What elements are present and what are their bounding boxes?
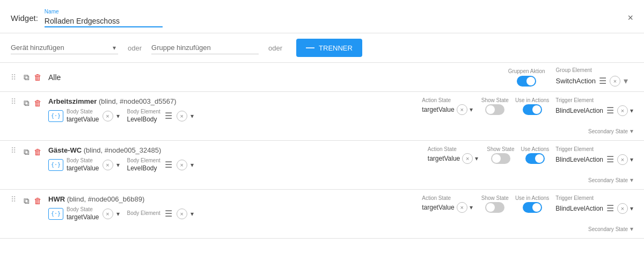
device-drag-handle[interactable]: ⠿ xyxy=(11,195,16,204)
use-actions-label: Use in Actions xyxy=(515,97,549,103)
show-state-slider xyxy=(491,153,510,164)
device-left: ⠿ ⧉ 🗑 HWR (blind, #node006_b6b89) {·} Bo… xyxy=(11,195,422,221)
trigger-chevron-button[interactable]: ▾ xyxy=(630,205,633,212)
show-state-label: Show State xyxy=(481,97,509,103)
trenner-label: TRENNER xyxy=(319,44,353,52)
trigger-edit-button[interactable]: ☰ xyxy=(605,104,615,117)
all-copy-button[interactable]: ⧉ xyxy=(21,71,32,83)
secondary-state-label: Secondary State xyxy=(588,226,628,232)
body-element-edit-button[interactable]: ☰ xyxy=(164,110,173,122)
action-state-dropdown-button[interactable]: ▾ xyxy=(470,106,473,113)
delete-icon: 🗑 xyxy=(34,73,42,82)
trigger-label: Trigger Element xyxy=(555,146,633,152)
body-element-clear-button[interactable]: × xyxy=(177,160,187,170)
body-state-dropdown-button[interactable]: ▾ xyxy=(116,210,120,218)
action-state-label: Action State xyxy=(428,146,479,152)
body-state-clear-button[interactable]: × xyxy=(103,209,113,219)
body-element-edit-button[interactable]: ☰ xyxy=(164,207,173,220)
device-rows: ⠿ ⧉ 🗑 Arbeitszimmer (blind, #node003_d55… xyxy=(0,92,644,239)
gruppen-aktion-label: Gruppen Aktion xyxy=(508,68,545,74)
trigger-clear-button[interactable]: × xyxy=(617,105,628,116)
body-element-dropdown-button[interactable]: ▾ xyxy=(191,161,194,169)
body-element-dropdown-button[interactable]: ▾ xyxy=(191,210,194,218)
device-drag-handle[interactable]: ⠿ xyxy=(11,146,16,155)
all-delete-button[interactable]: 🗑 xyxy=(32,71,44,83)
delete-icon: 🗑 xyxy=(34,98,42,107)
device-copy-button[interactable]: ⧉ xyxy=(21,146,32,158)
device-row: ⠿ ⧉ 🗑 Arbeitszimmer (blind, #node003_d55… xyxy=(0,92,644,141)
use-actions-slider xyxy=(525,153,545,164)
secondary-state-chevron-icon[interactable]: ▾ xyxy=(630,176,633,184)
action-state-col: Action State targetValue × ▾ xyxy=(422,195,473,213)
action-state-dropdown-button[interactable]: ▾ xyxy=(475,155,478,162)
body-state-dropdown-button[interactable]: ▾ xyxy=(116,161,120,169)
body-element-edit-button[interactable]: ☰ xyxy=(164,159,173,171)
action-state-clear-button[interactable]: × xyxy=(457,202,467,213)
device-copy-button[interactable]: ⧉ xyxy=(21,97,32,109)
trigger-edit-button[interactable]: ☰ xyxy=(605,153,615,166)
widget-name-input[interactable] xyxy=(45,16,163,27)
oder-2: oder xyxy=(264,44,287,52)
device-body-row: {·} Body State targetValue × ▾ Body Elem… xyxy=(48,157,428,172)
use-actions-toggle[interactable] xyxy=(525,153,545,164)
body-element-dropdown-button[interactable]: ▾ xyxy=(191,112,194,120)
device-select-wrap: Gerät hinzufügen ▾ xyxy=(11,41,118,54)
trigger-chevron-button[interactable]: ▾ xyxy=(630,156,633,163)
action-state-clear-button[interactable]: × xyxy=(457,104,467,115)
gruppen-aktion-toggle[interactable] xyxy=(517,76,536,87)
action-state-row: targetValue × ▾ xyxy=(422,202,473,213)
device-select[interactable]: Gerät hinzufügen xyxy=(11,41,118,54)
show-state-toggle[interactable] xyxy=(491,153,510,164)
all-drag-handle[interactable]: ⠿ xyxy=(11,73,16,82)
action-state-value: targetValue xyxy=(422,204,455,211)
device-drag-handle[interactable]: ⠿ xyxy=(11,97,16,106)
secondary-state-chevron-icon[interactable]: ▾ xyxy=(630,225,633,233)
body-state-clear-button[interactable]: × xyxy=(103,160,113,170)
header: Widget: Name × xyxy=(0,0,644,33)
body-state-label: Body State xyxy=(67,206,99,212)
trigger-clear-button[interactable]: × xyxy=(617,203,628,214)
device-delete-button[interactable]: 🗑 xyxy=(32,195,44,206)
use-actions-col: Use in Actions xyxy=(515,97,549,115)
device-delete-button[interactable]: 🗑 xyxy=(32,146,44,157)
body-state-label: Body State xyxy=(67,157,99,163)
widget-label: Widget: xyxy=(11,13,38,23)
show-state-label: Show State xyxy=(481,195,509,201)
body-element-label: Body Element xyxy=(127,109,160,114)
group-element-edit-button[interactable]: ☰ xyxy=(598,75,608,87)
show-state-toggle[interactable] xyxy=(485,202,504,213)
body-state-dropdown-button[interactable]: ▾ xyxy=(116,112,120,120)
action-state-clear-button[interactable]: × xyxy=(462,153,473,164)
group-element-chevron-button[interactable]: ▾ xyxy=(623,75,629,87)
trigger-edit-button[interactable]: ☰ xyxy=(605,202,615,214)
body-element-label: Body Element xyxy=(127,157,160,163)
body-state-col: Body State targetValue xyxy=(67,157,99,172)
body-element-clear-button[interactable]: × xyxy=(177,209,187,219)
action-state-label: Action State xyxy=(422,195,473,201)
device-row: ⠿ ⧉ 🗑 Gäste-WC (blind, #node005_32485) {… xyxy=(0,141,644,190)
close-button[interactable]: × xyxy=(627,12,633,24)
body-element-clear-button[interactable]: × xyxy=(177,111,187,121)
show-state-toggle[interactable] xyxy=(485,104,504,115)
trenner-button[interactable]: — TRENNER xyxy=(296,39,362,57)
use-actions-toggle[interactable] xyxy=(523,104,542,115)
group-element-clear-button[interactable]: × xyxy=(610,76,620,87)
device-delete-button[interactable]: 🗑 xyxy=(32,97,44,109)
body-element-value: LevelBody xyxy=(127,116,160,123)
use-actions-label: Use Actions xyxy=(521,146,549,152)
copy-icon: ⧉ xyxy=(24,196,30,205)
group-select[interactable]: Gruppe hinzufügen xyxy=(151,41,259,54)
use-actions-label: Use in Actions xyxy=(515,195,549,201)
delete-icon: 🗑 xyxy=(34,147,42,156)
all-label: Alle xyxy=(48,73,61,82)
body-element-value: LevelBody xyxy=(127,164,160,172)
group-select-wrap: Gruppe hinzufügen xyxy=(151,41,259,54)
secondary-state-chevron-icon[interactable]: ▾ xyxy=(630,127,633,135)
use-actions-toggle[interactable] xyxy=(523,202,542,213)
device-copy-button[interactable]: ⧉ xyxy=(21,195,32,207)
action-state-dropdown-button[interactable]: ▾ xyxy=(470,204,473,211)
action-state-value: targetValue xyxy=(422,106,455,113)
trigger-clear-button[interactable]: × xyxy=(617,154,628,165)
body-state-clear-button[interactable]: × xyxy=(103,111,113,121)
trigger-chevron-button[interactable]: ▾ xyxy=(630,107,633,114)
